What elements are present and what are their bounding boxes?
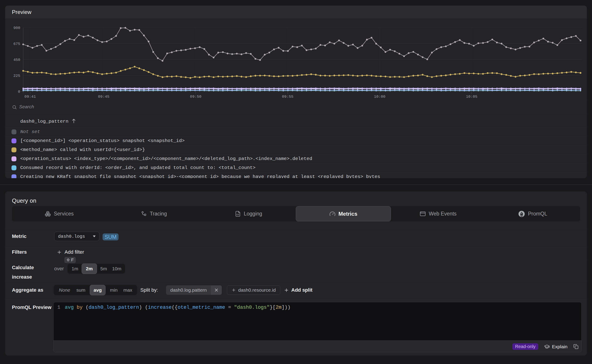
svg-text:09:50: 09:50 [190,95,201,99]
svg-text:675: 675 [13,42,20,46]
svg-text:09:41: 09:41 [24,95,36,99]
svg-text:10:00: 10:00 [374,95,385,99]
svg-text:09:55: 09:55 [282,95,293,99]
svg-text:10:05: 10:05 [466,95,477,99]
svg-text:09:45: 09:45 [98,95,109,99]
svg-text:225: 225 [13,74,20,78]
svg-text:900: 900 [13,26,20,30]
svg-text:450: 450 [13,58,20,62]
svg-text:0: 0 [18,90,20,94]
